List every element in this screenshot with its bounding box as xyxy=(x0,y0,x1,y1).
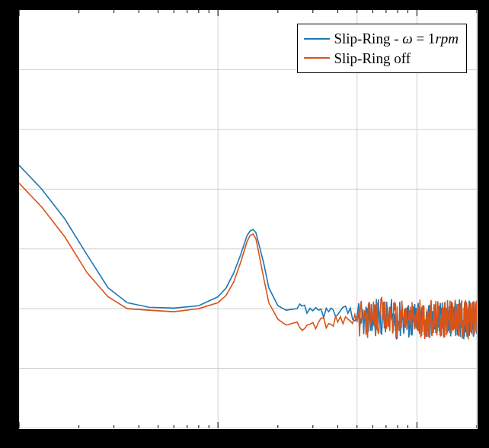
legend-swatch-0 xyxy=(304,38,330,40)
legend-swatch-1 xyxy=(304,57,330,59)
chart-plot-area: Slip-Ring - ω = 1rpm Slip-Ring off xyxy=(18,9,478,430)
legend-label-0: Slip-Ring - ω = 1rpm xyxy=(334,29,459,49)
legend-item-0: Slip-Ring - ω = 1rpm xyxy=(304,29,459,49)
legend-item-1: Slip-Ring off xyxy=(304,49,459,69)
series-line-1 xyxy=(19,183,477,339)
legend: Slip-Ring - ω = 1rpm Slip-Ring off xyxy=(297,24,468,73)
legend-label-1: Slip-Ring off xyxy=(334,49,411,69)
series-line-0 xyxy=(19,165,477,339)
chart-series xyxy=(19,165,477,340)
